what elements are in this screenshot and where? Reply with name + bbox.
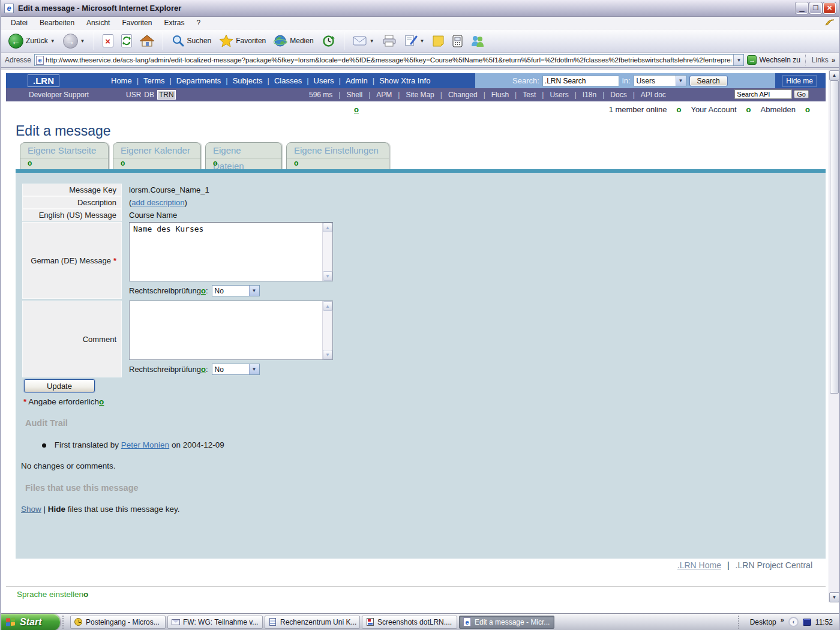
nav-classes[interactable]: Classes <box>272 76 311 85</box>
translate-o-link[interactable]: o <box>676 105 681 114</box>
translate-o-link[interactable]: o <box>746 105 751 114</box>
back-dropdown-icon[interactable]: ▼ <box>50 38 55 44</box>
translate-o-link[interactable]: o <box>294 159 298 167</box>
stop-button[interactable]: × <box>100 33 116 49</box>
scroll-up-icon[interactable]: ▲ <box>323 223 332 232</box>
devlink-changed[interactable]: Changed <box>445 91 488 99</box>
nav-home[interactable]: Home <box>109 76 141 85</box>
api-go-button[interactable]: Go <box>794 90 809 98</box>
user-link[interactable]: Peter Monien <box>121 440 169 449</box>
task-screenshots[interactable]: Screenshots dotLRN.... <box>362 616 457 629</box>
lrn-home-link[interactable]: .LRN Home <box>677 560 721 570</box>
chevron-down-icon[interactable]: ▼ <box>249 286 259 296</box>
menu-ansicht[interactable]: Ansicht <box>80 17 116 28</box>
scroll-down-icon[interactable]: ▼ <box>323 271 332 281</box>
mail-dropdown-icon[interactable]: ▼ <box>370 38 374 44</box>
devlink-apidoc[interactable]: API doc <box>638 91 669 99</box>
devlink-apm[interactable]: APM <box>373 91 403 99</box>
spellcheck-select[interactable]: No ▼ <box>212 285 260 296</box>
scroll-up-icon[interactable]: ▲ <box>323 301 332 311</box>
display-tray-icon[interactable] <box>803 619 811 626</box>
translate-o-link[interactable]: o <box>201 286 206 295</box>
restore-button[interactable]: ❐ <box>809 2 822 14</box>
desktop-toolbar-label[interactable]: Desktop <box>750 618 776 626</box>
keypad-button[interactable] <box>450 34 465 49</box>
go-button[interactable]: → Wechseln zu <box>747 55 800 65</box>
edit-dropdown-icon[interactable]: ▼ <box>420 38 425 44</box>
nav-subjects[interactable]: Subjects <box>230 76 272 85</box>
translate-o-link[interactable]: o <box>201 365 206 374</box>
translate-o-link[interactable]: o <box>83 590 88 599</box>
edit-button[interactable]: ▼ <box>402 33 427 49</box>
tab-eigene-einstellungen[interactable]: Eigene Einstellungen o <box>286 142 389 170</box>
history-button[interactable] <box>319 33 338 49</box>
devlink-i18n[interactable]: I18n <box>580 91 607 99</box>
add-description-link[interactable]: add description <box>131 198 184 207</box>
hide-me-link[interactable]: Hide me <box>782 76 817 86</box>
chevron-down-icon[interactable]: ▼ <box>676 76 686 86</box>
search-scope-select[interactable]: Users ▼ <box>634 75 686 86</box>
favorites-button[interactable]: Favoriten <box>217 33 268 49</box>
search-button-toolbar[interactable]: Suchen <box>169 33 214 49</box>
set-language-link[interactable]: Sprache einstelleno <box>17 590 88 599</box>
menu-favoriten[interactable]: Favoriten <box>116 17 158 28</box>
textarea-scrollbar[interactable]: ▲ ▼ <box>322 223 332 281</box>
media-button[interactable]: Medien <box>271 33 316 49</box>
nav-admin[interactable]: Admin <box>343 76 377 85</box>
lrn-logo[interactable]: .LRN <box>28 74 59 87</box>
devlink-flush[interactable]: Flush <box>488 91 520 99</box>
menu-datei[interactable]: Datei <box>5 17 34 28</box>
translate-o-link[interactable]: o <box>354 105 359 114</box>
api-search-input[interactable] <box>734 89 792 99</box>
forward-button[interactable]: → ▼ <box>61 32 88 50</box>
tab-eigener-kalender[interactable]: Eigener Kalender o <box>113 142 201 170</box>
logout-link[interactable]: Abmelden <box>761 105 796 114</box>
minimize-button[interactable]: ▁ <box>796 2 808 14</box>
devlink-sitemap[interactable]: Site Map <box>403 91 445 99</box>
task-edit-a-message-active[interactable]: e Edit a message - Micr... <box>459 616 554 629</box>
nav-users[interactable]: Users <box>311 76 343 85</box>
vertical-scrollbar[interactable]: ▲ ▼ <box>829 70 839 602</box>
translate-o-link[interactable]: o <box>805 105 810 114</box>
devlink-shell[interactable]: Shell <box>343 91 373 99</box>
address-dropdown-icon[interactable]: ▼ <box>733 55 743 65</box>
chevron-right-icon[interactable]: » <box>781 616 784 623</box>
menu-bearbeiten[interactable]: Bearbeiten <box>34 17 80 28</box>
mode-db[interactable]: DB <box>144 91 154 100</box>
tab-eigene-startseite[interactable]: Eigene Startseite o <box>20 142 109 170</box>
links-label[interactable]: Links <box>812 56 829 64</box>
lrn-search-button[interactable]: Search <box>689 76 728 86</box>
task-rechenzentrum[interactable]: Rechenzentrum Uni K... <box>265 616 360 629</box>
task-posteingang[interactable]: Posteingang - Micros... <box>70 616 166 629</box>
notes-button[interactable] <box>430 34 447 49</box>
nav-departments[interactable]: Departments <box>174 76 230 85</box>
translate-o-link[interactable]: o <box>213 159 217 167</box>
menu-extras[interactable]: Extras <box>158 17 190 28</box>
scrollbar-thumb[interactable] <box>830 80 839 394</box>
spellcheck-select[interactable]: No ▼ <box>212 364 260 375</box>
back-button[interactable]: ← Zurück ▼ <box>6 32 58 50</box>
scroll-up-button[interactable]: ▲ <box>829 70 839 80</box>
links-chevron-icon[interactable]: » <box>832 56 835 64</box>
print-button[interactable] <box>380 34 399 49</box>
menu-help[interactable]: ? <box>190 17 206 28</box>
translate-o-link[interactable]: o <box>99 397 104 406</box>
comment-textarea[interactable]: ▲ ▼ <box>129 301 333 360</box>
chevron-down-icon[interactable]: ▼ <box>249 364 259 374</box>
devlink-users[interactable]: Users <box>547 91 579 99</box>
show-link[interactable]: Show <box>21 505 41 514</box>
collapse-tray-button[interactable]: ‹ <box>788 617 799 627</box>
mode-usr[interactable]: USR <box>126 91 141 100</box>
refresh-button[interactable] <box>119 33 134 49</box>
german-message-textarea[interactable]: Name des Kurses ▲ ▼ <box>129 222 333 281</box>
lrn-search-input[interactable] <box>542 76 619 86</box>
translate-o-link[interactable]: o <box>121 159 125 167</box>
address-input[interactable] <box>46 56 731 64</box>
forward-dropdown-icon[interactable]: ▼ <box>80 38 85 44</box>
scroll-down-button[interactable]: ▼ <box>829 592 839 602</box>
textarea-scrollbar[interactable]: ▲ ▼ <box>322 301 332 359</box>
task-mail-item[interactable]: FW: WG: Teilnahme v... <box>167 616 263 629</box>
mail-button[interactable]: ▼ <box>350 34 377 47</box>
translate-o-link[interactable]: o <box>28 159 32 167</box>
nav-show-xtra-info[interactable]: Show Xtra Info <box>377 76 433 85</box>
